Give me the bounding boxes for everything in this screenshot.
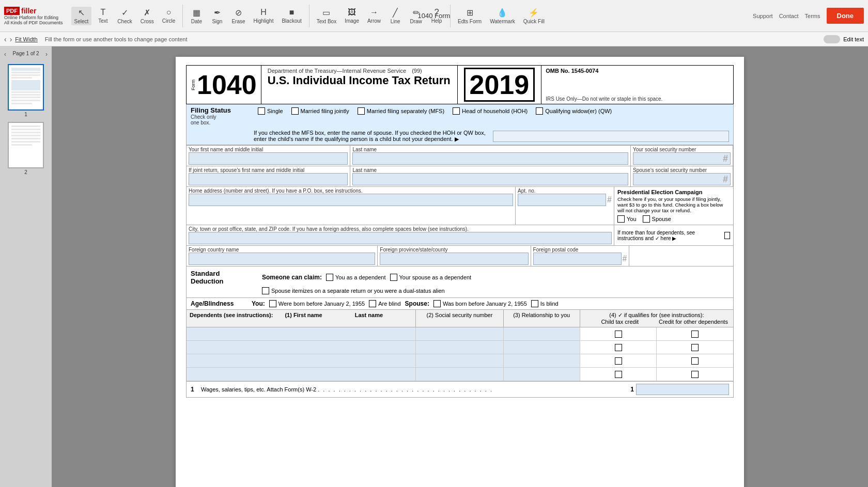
thumb-nav-right[interactable]: › — [45, 51, 48, 58]
head-household-checkbox[interactable] — [453, 107, 460, 115]
dep-row3-child-credit[interactable] — [580, 354, 657, 367]
spouse-itemizes-option[interactable]: Spouse itemizes on a separate return or … — [262, 287, 445, 294]
is-blind-checkbox[interactable] — [531, 300, 538, 307]
spouse-born-checkbox[interactable] — [433, 300, 441, 307]
more-dependents-checkbox[interactable] — [724, 232, 730, 239]
quickfill-tool[interactable]: ⚡ Quick Fill — [520, 7, 548, 25]
circle-tool[interactable]: ○ Circle — [159, 7, 179, 25]
support-link[interactable]: Support — [753, 13, 773, 19]
done-button[interactable]: Done — [827, 8, 864, 24]
dep-row4-child-credit[interactable] — [580, 368, 657, 381]
born-before-checkbox[interactable] — [269, 300, 276, 307]
line-tool[interactable]: ╱ Line — [386, 7, 405, 25]
pec-spouse-checkbox[interactable] — [643, 215, 650, 223]
single-option[interactable]: Single — [258, 107, 283, 115]
married-separate-checkbox[interactable] — [358, 107, 365, 115]
last-name-input[interactable] — [352, 152, 628, 165]
foreign-country-input[interactable] — [189, 253, 375, 265]
married-joint-option[interactable]: Married filing jointly — [291, 107, 349, 115]
last-name-cell: Last name — [350, 146, 631, 166]
dep-row2-child-credit[interactable] — [580, 341, 657, 354]
check-tool[interactable]: ✓ Check — [114, 7, 135, 25]
spouse-dependent-checkbox[interactable] — [390, 274, 397, 281]
foreign-province-input[interactable] — [380, 253, 528, 265]
spouse-last-name-input[interactable] — [352, 173, 628, 185]
dep-row4-name[interactable] — [187, 368, 416, 381]
watermark-tool[interactable]: 💧 Watermark — [487, 7, 518, 25]
pec-you-option[interactable]: You — [617, 215, 637, 223]
mfs-name-input[interactable] — [493, 131, 729, 142]
dep-row3-name[interactable] — [187, 354, 416, 367]
dep-row2-name[interactable] — [187, 341, 416, 354]
logo-pdf: PDF — [4, 7, 20, 15]
textbox-tool[interactable]: ▭ Text Box — [314, 7, 339, 25]
contact-link[interactable]: Contact — [779, 13, 799, 19]
nav-right-button[interactable]: › — [10, 35, 12, 43]
is-blind-option[interactable]: Is blind — [531, 300, 559, 307]
terms-link[interactable]: Terms — [805, 13, 820, 19]
blackout-icon: ■ — [289, 8, 295, 17]
dep-row3-ssn[interactable] — [416, 354, 503, 367]
dep-row1-child-credit[interactable] — [580, 327, 657, 340]
spouse-ssn-input[interactable] — [636, 174, 723, 184]
dep-row1-name[interactable] — [187, 327, 416, 340]
image-tool[interactable]: 🖼 Image — [342, 7, 362, 25]
spouse-itemizes-checkbox[interactable] — [262, 287, 269, 294]
dep-row1-other-credit[interactable] — [657, 327, 733, 340]
toggle-switch[interactable] — [824, 35, 840, 43]
svg-rect-10 — [11, 103, 32, 104]
are-blind-checkbox[interactable] — [369, 300, 376, 307]
nav-left-button[interactable]: ‹ — [4, 35, 7, 43]
page-thumb-1[interactable]: 1 — [8, 64, 44, 118]
you-dependent-option[interactable]: You as a dependent — [326, 274, 385, 281]
date-tool[interactable]: ▦ Date — [187, 7, 206, 25]
home-address-input[interactable] — [189, 194, 513, 206]
editform-tool[interactable]: ⊞ Edts Form — [455, 7, 485, 25]
dep-row2-other-credit[interactable] — [657, 341, 733, 354]
cross-tool[interactable]: ✗ Cross — [137, 7, 157, 25]
dep-row2-rel[interactable] — [504, 341, 580, 354]
form-number-block: Form 1040 — [187, 66, 261, 104]
you-dependent-checkbox[interactable] — [326, 274, 333, 281]
dep-row4-ssn[interactable] — [416, 368, 503, 381]
fit-width-button[interactable]: Fit Width — [15, 36, 37, 42]
select-tool[interactable]: ↖ Select — [71, 7, 92, 25]
highlight-tool[interactable]: H Highlight — [251, 7, 277, 25]
someone-can-claim-label: Someone can claim: — [262, 274, 322, 281]
foreign-country-label: Foreign country name — [189, 247, 375, 253]
thumb-nav-left[interactable]: ‹ — [4, 51, 6, 58]
married-separate-option[interactable]: Married filing separately (MFS) — [358, 107, 444, 115]
blackout-tool[interactable]: ■ Blackout — [278, 7, 304, 25]
apt-input[interactable] — [518, 194, 606, 206]
ssn-input[interactable] — [636, 153, 723, 164]
dep-row3-rel[interactable] — [504, 354, 580, 367]
dep-row1-ssn[interactable] — [416, 327, 503, 340]
dep-row2-ssn[interactable] — [416, 341, 503, 354]
city-input[interactable] — [189, 232, 612, 244]
arrow-tool[interactable]: → Arrow — [364, 7, 384, 25]
pec-you-checkbox[interactable] — [617, 215, 625, 223]
text-tool[interactable]: T Text — [94, 7, 112, 25]
foreign-postal-input[interactable] — [533, 253, 622, 265]
dep-row3-other-credit[interactable] — [657, 354, 733, 367]
head-household-option[interactable]: Head of household (HOH) — [453, 107, 528, 115]
are-blind-option[interactable]: Are blind — [369, 300, 400, 307]
dep-row4-other-credit[interactable] — [657, 368, 733, 381]
qualifying-widow-checkbox[interactable] — [536, 107, 543, 115]
pec-spouse-option[interactable]: Spouse — [643, 215, 671, 223]
qualifying-widow-option[interactable]: Qualifying widow(er) (QW) — [536, 107, 612, 115]
dep-row4-rel[interactable] — [504, 368, 580, 381]
single-checkbox[interactable] — [258, 107, 265, 115]
erase-tool[interactable]: ⊘ Erase — [228, 7, 248, 25]
first-name-input[interactable] — [189, 152, 348, 165]
spouse-born-option[interactable]: Was born before January 2, 1955 — [433, 300, 527, 307]
married-joint-checkbox[interactable] — [291, 107, 299, 115]
dep-row1-rel[interactable] — [504, 327, 580, 340]
spouse-first-name-input[interactable] — [189, 173, 348, 185]
sign-tool[interactable]: ✒ Sign — [208, 7, 226, 25]
wages-line-num-right: 1 — [624, 386, 634, 393]
wages-amount-input[interactable] — [636, 384, 729, 395]
spouse-dependent-option[interactable]: Your spouse as a dependent — [390, 274, 472, 281]
born-before-option[interactable]: Were born before January 2, 1955 — [269, 300, 365, 307]
page-thumb-2[interactable]: 2 — [8, 122, 44, 176]
